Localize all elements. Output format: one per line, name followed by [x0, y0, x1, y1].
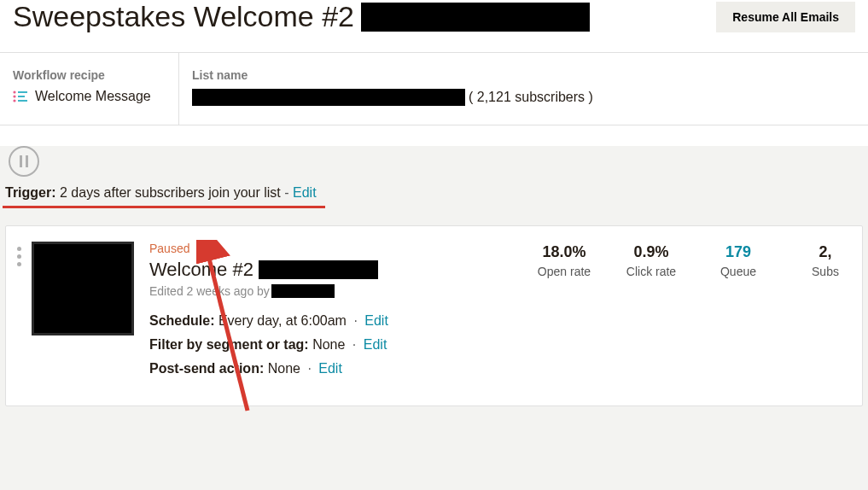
stats-row: 18.0% Open rate 0.9% Click rate 179 Queu…: [534, 242, 862, 385]
svg-point-0: [13, 90, 15, 93]
schedule-line: Schedule: Every day, at 6:00am · Edit: [149, 313, 534, 329]
list-icon: [13, 90, 28, 102]
postsend-label: Post-send action:: [149, 361, 264, 376]
svg-rect-1: [18, 91, 27, 93]
redacted-email-suffix: [259, 260, 378, 279]
click-rate-label: Click rate: [621, 265, 681, 278]
subscriber-count: ( 2,121 subscribers ): [469, 90, 593, 105]
edited-line: Edited 2 weeks ago by: [149, 284, 534, 298]
svg-point-4: [13, 99, 15, 102]
workflow-recipe-cell: Workflow recipe Welcome Message: [0, 53, 179, 125]
schedule-label: Schedule:: [149, 313, 214, 328]
email-name-text: Welcome #2: [149, 259, 253, 281]
filter-line: Filter by segment or tag: None · Edit: [149, 337, 534, 353]
list-name-label: List name: [192, 68, 593, 82]
stat-open-rate: 18.0% Open rate: [534, 243, 594, 385]
svg-rect-3: [18, 96, 25, 97]
dot: ·: [307, 361, 311, 376]
filter-value: None: [312, 337, 345, 352]
postsend-edit-link[interactable]: Edit: [318, 361, 342, 376]
pause-icon: [9, 146, 39, 177]
stat-click-rate: 0.9% Click rate: [621, 243, 681, 385]
list-name-value: ( 2,121 subscribers ): [192, 89, 593, 106]
meta-row: Workflow recipe Welcome Message List nam…: [0, 52, 868, 125]
email-name: Welcome #2: [149, 259, 534, 281]
postsend-line: Post-send action: None · Edit: [149, 361, 534, 376]
workflow-recipe-text: Welcome Message: [35, 89, 151, 104]
queue-label: Queue: [708, 265, 768, 278]
workflow-body: Trigger: 2 days after subscribers join y…: [0, 146, 868, 490]
svg-rect-5: [18, 100, 27, 102]
redacted-editor: [271, 284, 335, 298]
subs-value: 2,: [795, 243, 855, 261]
trigger-edit-link[interactable]: Edit: [293, 185, 317, 200]
open-rate-label: Open rate: [534, 265, 594, 278]
trigger-dash: -: [284, 185, 288, 200]
click-rate-value: 0.9%: [621, 243, 681, 261]
subs-label: Subs: [795, 265, 855, 278]
trigger-label: Trigger:: [5, 185, 56, 200]
page-title: Sweepstakes Welcome #2: [13, 0, 590, 33]
status-badge: Paused: [149, 242, 534, 255]
redacted-list-name: [192, 89, 465, 106]
svg-point-2: [13, 95, 15, 97]
page-title-text: Sweepstakes Welcome #2: [13, 0, 354, 33]
queue-value[interactable]: 179: [708, 243, 768, 261]
email-info: Paused Welcome #2 Edited 2 weeks ago by …: [149, 242, 534, 385]
resume-all-emails-button[interactable]: Resume All Emails: [716, 2, 855, 32]
open-rate-value: 18.0%: [534, 243, 594, 261]
filter-label: Filter by segment or tag:: [149, 337, 309, 352]
stat-queue[interactable]: 179 Queue: [708, 243, 768, 385]
schedule-edit-link[interactable]: Edit: [364, 313, 388, 328]
workflow-recipe-label: Workflow recipe: [13, 68, 166, 82]
trigger-line: Trigger: 2 days after subscribers join y…: [3, 185, 325, 208]
email-card: Paused Welcome #2 Edited 2 weeks ago by …: [5, 225, 863, 406]
filter-edit-link[interactable]: Edit: [364, 337, 387, 352]
dot: ·: [353, 313, 357, 328]
list-name-cell: List name ( 2,121 subscribers ): [179, 53, 606, 125]
postsend-value: None: [268, 361, 300, 376]
edited-text: Edited 2 weeks ago by: [149, 284, 270, 298]
schedule-value: Every day, at 6:00am: [218, 313, 347, 328]
stat-subscribers: 2, Subs: [795, 243, 855, 385]
redacted-title-suffix: [361, 3, 590, 32]
email-menu-button[interactable]: [6, 242, 32, 385]
trigger-text: 2 days after subscribers join your list: [60, 185, 281, 200]
dot: ·: [352, 337, 356, 352]
email-thumbnail[interactable]: [32, 242, 134, 335]
workflow-recipe-value: Welcome Message: [13, 89, 166, 104]
